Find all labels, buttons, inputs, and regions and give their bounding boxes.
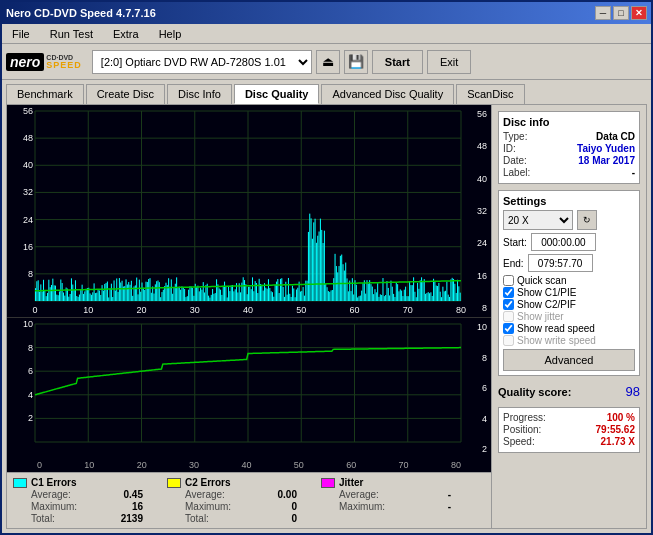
minimize-button[interactable]: ─	[595, 6, 611, 20]
title-bar: Nero CD-DVD Speed 4.7.7.16 ─ □ ✕	[2, 2, 651, 24]
advanced-button[interactable]: Advanced	[503, 349, 635, 371]
start-button[interactable]: Start	[372, 50, 423, 74]
c1-total: Total: 2139	[13, 513, 143, 524]
c1-avg: Average: 0.45	[13, 489, 143, 500]
jitter-label: Jitter	[339, 477, 363, 488]
maximize-button[interactable]: □	[613, 6, 629, 20]
main-layout: 56 48 40 32 24 16 8 10 8 6	[7, 105, 646, 528]
c2-color-box	[167, 478, 181, 488]
quality-score-row: Quality score: 98	[498, 382, 640, 401]
c2-avg: Average: 0.00	[167, 489, 297, 500]
disc-info-panel: Disc info Type: Data CD ID: Taiyo Yuden …	[498, 111, 640, 184]
save-button[interactable]: 💾	[344, 50, 368, 74]
drive-select[interactable]: [2:0] Optiarc DVD RW AD-7280S 1.01	[92, 50, 312, 74]
disc-label-row: Label: -	[503, 167, 635, 178]
show-read-speed-row: Show read speed	[503, 323, 635, 334]
c2-label: C2 Errors	[185, 477, 231, 488]
legend-jitter: Jitter Average: - Maximum: -	[321, 477, 451, 512]
tab-benchmark[interactable]: Benchmark	[6, 84, 84, 104]
menu-help[interactable]: Help	[153, 26, 188, 42]
tab-disc-info[interactable]: Disc Info	[167, 84, 232, 104]
end-row: End:	[503, 254, 635, 272]
disc-info-title: Disc info	[503, 116, 635, 128]
nero-logo: nero	[10, 54, 40, 70]
legend-c2: C2 Errors Average: 0.00 Maximum: 0	[167, 477, 297, 524]
tab-bar: Benchmark Create Disc Disc Info Disc Qua…	[2, 80, 651, 104]
show-jitter-row: Show jitter	[503, 311, 635, 322]
tab-disc-quality[interactable]: Disc Quality	[234, 84, 320, 104]
show-jitter-checkbox[interactable]	[503, 311, 514, 322]
end-time-input[interactable]	[528, 254, 593, 272]
legend-c1: C1 Errors Average: 0.45 Maximum: 16	[13, 477, 143, 524]
chart-bottom: 10 8 6 4 2	[7, 318, 491, 458]
menu-bar: File Run Test Extra Help	[2, 24, 651, 44]
show-c2-row: Show C2/PIF	[503, 299, 635, 310]
disc-id-row: ID: Taiyo Yuden	[503, 143, 635, 154]
read-speed-chart-canvas	[7, 318, 491, 458]
jitter-color-box	[321, 478, 335, 488]
c2-total: Total: 0	[167, 513, 297, 524]
c1-chart-canvas	[7, 105, 491, 317]
show-read-speed-checkbox[interactable]	[503, 323, 514, 334]
speed-select[interactable]: 20 X 4 X 8 X 16 X 40 X Max	[503, 210, 573, 230]
speed-row: Speed: 21.73 X	[503, 436, 635, 447]
window-controls: ─ □ ✕	[595, 6, 647, 20]
chart-top-y-labels: 56 48 40 32 24 16 8	[462, 105, 487, 317]
main-window: Nero CD-DVD Speed 4.7.7.16 ─ □ ✕ File Ru…	[0, 0, 653, 535]
close-button[interactable]: ✕	[631, 6, 647, 20]
menu-file[interactable]: File	[6, 26, 36, 42]
show-c1-row: Show C1/PIE	[503, 287, 635, 298]
c1-max: Maximum: 16	[13, 501, 143, 512]
logo-speed: SPEED	[46, 61, 82, 70]
jitter-max: Maximum: -	[321, 501, 451, 512]
show-c2-checkbox[interactable]	[503, 299, 514, 310]
show-c1-checkbox[interactable]	[503, 287, 514, 298]
quick-scan-row: Quick scan	[503, 275, 635, 286]
toolbar: nero CD·DVD SPEED [2:0] Optiarc DVD RW A…	[2, 44, 651, 80]
jitter-avg: Average: -	[321, 489, 451, 500]
start-row: Start:	[503, 233, 635, 251]
settings-panel: Settings 20 X 4 X 8 X 16 X 40 X Max ↻	[498, 190, 640, 376]
start-time-input[interactable]	[531, 233, 596, 251]
menu-extra[interactable]: Extra	[107, 26, 145, 42]
chart-top: 56 48 40 32 24 16 8	[7, 105, 491, 318]
side-panel: Disc info Type: Data CD ID: Taiyo Yuden …	[491, 105, 646, 528]
c2-max: Maximum: 0	[167, 501, 297, 512]
legend: C1 Errors Average: 0.45 Maximum: 16	[7, 472, 491, 528]
legend-row: C1 Errors Average: 0.45 Maximum: 16	[13, 477, 485, 524]
menu-run-test[interactable]: Run Test	[44, 26, 99, 42]
c1-color-box	[13, 478, 27, 488]
show-write-speed-checkbox[interactable]	[503, 335, 514, 346]
exit-button[interactable]: Exit	[427, 50, 471, 74]
main-content: 56 48 40 32 24 16 8 10 8 6	[6, 104, 647, 529]
chart-x-labels: 0 10 20 30 40 50 60 70 80	[7, 458, 491, 472]
position-row: Position: 79:55.62	[503, 424, 635, 435]
chart-bottom-y-labels: 10 8 6 4 2	[462, 318, 487, 458]
c1-label: C1 Errors	[31, 477, 77, 488]
progress-row: Progress: 100 %	[503, 412, 635, 423]
show-write-speed-row: Show write speed	[503, 335, 635, 346]
quick-scan-checkbox[interactable]	[503, 275, 514, 286]
progress-panel: Progress: 100 % Position: 79:55.62 Speed…	[498, 407, 640, 453]
settings-title: Settings	[503, 195, 635, 207]
quality-value: 98	[626, 384, 640, 399]
tab-advanced-disc-quality[interactable]: Advanced Disc Quality	[321, 84, 454, 104]
window-title: Nero CD-DVD Speed 4.7.7.16	[6, 7, 156, 19]
tab-scan-disc[interactable]: ScanDisc	[456, 84, 524, 104]
quality-label: Quality score:	[498, 386, 571, 398]
disc-type-row: Type: Data CD	[503, 131, 635, 142]
tab-create-disc[interactable]: Create Disc	[86, 84, 165, 104]
disc-date-row: Date: 18 Mar 2017	[503, 155, 635, 166]
speed-row: 20 X 4 X 8 X 16 X 40 X Max ↻	[503, 210, 635, 230]
refresh-button[interactable]: ↻	[577, 210, 597, 230]
eject-button[interactable]: ⏏	[316, 50, 340, 74]
